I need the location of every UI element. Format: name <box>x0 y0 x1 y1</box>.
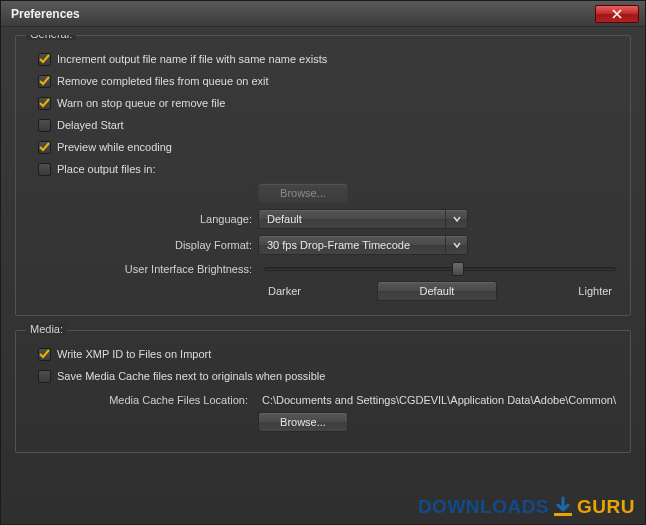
option-write-xmp: Write XMP ID to Files on Import <box>38 346 616 362</box>
option-save-cache: Save Media Cache files next to originals… <box>38 368 616 384</box>
chevron-down-icon <box>445 236 467 254</box>
language-select[interactable]: Default <box>258 209 468 229</box>
brightness-lighter-label: Lighter <box>556 285 616 297</box>
checkbox-increment-output[interactable] <box>38 53 51 66</box>
general-group: General: Increment output file name if f… <box>15 35 631 316</box>
brightness-darker-label: Darker <box>258 285 318 297</box>
brightness-label: User Interface Brightness: <box>30 263 258 275</box>
option-preview-encoding: Preview while encoding <box>38 139 616 155</box>
option-warn-stop: Warn on stop queue or remove file <box>38 95 616 111</box>
language-value: Default <box>267 213 445 225</box>
label-remove-completed: Remove completed files from queue on exi… <box>57 73 269 89</box>
checkbox-warn-stop[interactable] <box>38 97 51 110</box>
display-format-value: 30 fps Drop-Frame Timecode <box>267 239 445 251</box>
option-remove-completed: Remove completed files from queue on exi… <box>38 73 616 89</box>
brightness-slider[interactable] <box>264 267 616 271</box>
general-group-title: General: <box>26 35 76 40</box>
brightness-controls: Darker Default Lighter <box>30 281 616 301</box>
label-preview-encoding: Preview while encoding <box>57 139 172 155</box>
label-place-output: Place output files in: <box>57 161 155 177</box>
close-icon <box>612 9 622 19</box>
cache-location-row: Media Cache Files Location: C:\Documents… <box>30 394 616 406</box>
language-label: Language: <box>30 213 258 225</box>
label-increment-output: Increment output file name if file with … <box>57 51 327 67</box>
cache-location-value: C:\Documents and Settings\CGDEVIL\Applic… <box>254 394 616 406</box>
cache-location-label: Media Cache Files Location: <box>30 394 254 406</box>
browse-output-row: Browse... <box>30 183 616 203</box>
browse-cache-row: Browse... <box>30 412 616 432</box>
option-increment-output: Increment output file name if file with … <box>38 51 616 67</box>
content-area: General: Increment output file name if f… <box>15 35 631 510</box>
option-delayed-start: Delayed Start <box>38 117 616 133</box>
display-format-select[interactable]: 30 fps Drop-Frame Timecode <box>258 235 468 255</box>
label-delayed-start: Delayed Start <box>57 117 124 133</box>
brightness-default-button[interactable]: Default <box>377 281 497 301</box>
brightness-thumb[interactable] <box>452 262 464 276</box>
close-button[interactable] <box>595 5 639 23</box>
label-warn-stop: Warn on stop queue or remove file <box>57 95 225 111</box>
chevron-down-icon <box>445 210 467 228</box>
checkbox-preview-encoding[interactable] <box>38 141 51 154</box>
browse-output-button: Browse... <box>258 183 348 203</box>
checkbox-write-xmp[interactable] <box>38 348 51 361</box>
label-write-xmp: Write XMP ID to Files on Import <box>57 346 211 362</box>
display-format-row: Display Format: 30 fps Drop-Frame Timeco… <box>30 235 616 255</box>
window-title: Preferences <box>11 7 80 21</box>
display-format-label: Display Format: <box>30 239 258 251</box>
svg-rect-0 <box>554 513 572 516</box>
label-save-cache: Save Media Cache files next to originals… <box>57 368 325 384</box>
brightness-row: User Interface Brightness: <box>30 263 616 275</box>
language-row: Language: Default <box>30 209 616 229</box>
preferences-window: Preferences General: Increment output fi… <box>0 0 646 525</box>
checkbox-save-cache[interactable] <box>38 370 51 383</box>
media-group: Media: Write XMP ID to Files on Import S… <box>15 330 631 453</box>
checkbox-place-output[interactable] <box>38 163 51 176</box>
titlebar: Preferences <box>1 1 645 27</box>
option-place-output: Place output files in: <box>38 161 616 177</box>
browse-cache-button[interactable]: Browse... <box>258 412 348 432</box>
checkbox-remove-completed[interactable] <box>38 75 51 88</box>
checkbox-delayed-start[interactable] <box>38 119 51 132</box>
media-group-title: Media: <box>26 323 67 335</box>
